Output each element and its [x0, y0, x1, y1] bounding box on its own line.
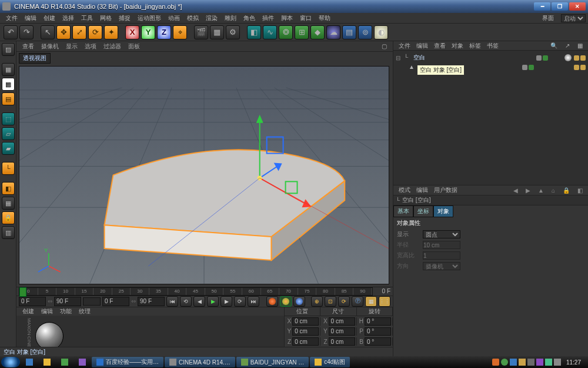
autokey-button[interactable] [280, 296, 292, 307]
am-menu-mode[interactable]: 模式 [396, 186, 413, 194]
radius-field[interactable] [423, 241, 460, 249]
taskbar-item-browser[interactable]: 百度经验——实用… [92, 357, 163, 367]
range-start-field[interactable] [19, 297, 46, 306]
axis-mode-button[interactable]: └ [2, 162, 15, 175]
add-nurbs-button[interactable]: ❂ [279, 25, 293, 39]
menu-snap[interactable]: 捕捉 [115, 14, 134, 22]
scale-tool[interactable]: ⤢ [72, 25, 86, 39]
om-menu-edit[interactable]: 编辑 [413, 42, 431, 50]
ratio-field[interactable] [423, 251, 460, 260]
taskbar-pin-1[interactable] [21, 357, 38, 367]
add-cube-button[interactable]: ◧ [247, 25, 261, 39]
render-view-button[interactable]: 🎬 [194, 25, 208, 39]
polygon-mode-button[interactable]: ▰ [2, 142, 15, 155]
perspective-viewport[interactable]: Y [19, 66, 389, 284]
key-pla-button[interactable]: ▦ [365, 296, 377, 307]
menu-sculpt[interactable]: 雕刻 [221, 14, 240, 22]
total-frames-field[interactable] [138, 297, 165, 306]
point-mode-button[interactable]: ⬚ [2, 112, 15, 125]
display-dropdown[interactable]: 圆点 [423, 230, 460, 238]
viewport-solo-button[interactable]: ▦ [2, 197, 15, 210]
mat-menu-edit[interactable]: 编辑 [38, 307, 56, 316]
menu-tools[interactable]: 工具 [78, 14, 96, 22]
taskbar-pin-3[interactable] [56, 357, 73, 367]
workplane-mode-button[interactable]: ▤ [2, 92, 15, 105]
tray-icon[interactable] [536, 359, 543, 366]
am-fwd-icon[interactable]: ▶ [523, 187, 533, 194]
size-y-field[interactable] [329, 327, 355, 336]
timeline-playhead[interactable] [19, 287, 26, 297]
lock-y-axis[interactable]: Y [141, 25, 155, 39]
maximize-button[interactable]: ❐ [552, 2, 568, 11]
om-view-icon[interactable]: ▦ [574, 42, 586, 49]
view-menu-filter[interactable]: 过滤器 [100, 42, 125, 51]
menu-window[interactable]: 窗口 [296, 14, 315, 22]
add-scene-button[interactable]: ◐ [374, 25, 388, 39]
taskbar-pin-2[interactable] [39, 357, 55, 367]
taskbar-pin-4[interactable] [74, 357, 91, 367]
key-pos-button[interactable]: ⊕ [311, 296, 323, 307]
view-menu-options[interactable]: 选项 [81, 42, 100, 51]
pos-z-field[interactable] [292, 337, 319, 346]
object-row-null[interactable]: ⊟ └ 空白 [396, 53, 586, 62]
last-tool[interactable]: ✦ [104, 25, 118, 39]
range-slider[interactable] [83, 297, 101, 306]
view-menu-panel[interactable]: 面板 [125, 42, 143, 51]
am-tab-object[interactable]: 对象 [433, 205, 453, 217]
start-button[interactable] [1, 357, 20, 367]
tray-icon[interactable] [519, 359, 526, 366]
texture-mode-button[interactable]: ▩ [2, 78, 15, 91]
menu-mograph[interactable]: 运动图形 [134, 14, 165, 22]
menu-script[interactable]: 脚本 [278, 14, 296, 22]
move-tool[interactable]: ✥ [56, 25, 71, 39]
menu-create[interactable]: 创建 [40, 14, 59, 22]
render-settings-button[interactable]: ⚙ [226, 25, 240, 39]
menu-file[interactable]: 文件 [2, 14, 21, 22]
tray-icon[interactable] [527, 359, 534, 366]
coord-system-toggle[interactable]: ⌖ [173, 25, 187, 39]
tray-icon[interactable] [545, 359, 552, 366]
goto-end-button[interactable]: ⏭ [248, 296, 259, 307]
key-param-button[interactable]: Ⓟ [352, 296, 363, 307]
rot-b-field[interactable] [365, 337, 391, 346]
view-menu-view[interactable]: 查看 [19, 42, 38, 51]
undo-button[interactable]: ↶ [4, 25, 18, 39]
am-new-icon[interactable]: ◧ [574, 187, 586, 194]
menu-mesh[interactable]: 网格 [96, 14, 115, 22]
material-preview[interactable] [35, 322, 64, 350]
menu-select[interactable]: 选择 [59, 14, 78, 22]
menu-simulate[interactable]: 模拟 [183, 14, 202, 22]
om-menu-tags[interactable]: 标签 [466, 42, 484, 50]
add-light-button[interactable]: ⊚ [358, 25, 372, 39]
mat-menu-func[interactable]: 功能 [56, 307, 75, 316]
lock-x-axis[interactable]: X [125, 25, 139, 39]
goto-start-button[interactable]: ⏮ [166, 296, 178, 307]
om-menu-bookmarks[interactable]: 书签 [484, 42, 502, 50]
view-menu-display[interactable]: 显示 [62, 42, 81, 51]
phong-tag-icon[interactable] [564, 54, 572, 61]
add-spline-button[interactable]: ∿ [263, 25, 277, 39]
size-z-field[interactable] [329, 337, 355, 346]
om-menu-object[interactable]: 对象 [449, 42, 466, 50]
rot-h-field[interactable] [365, 317, 391, 326]
taskbar-item-c4d[interactable]: CINEMA 4D R14.… [165, 357, 235, 367]
close-button[interactable]: ✕ [569, 2, 586, 11]
mat-menu-texture[interactable]: 纹理 [75, 307, 94, 316]
key-scale-button[interactable]: ⊡ [325, 296, 336, 307]
play-button[interactable]: ▶ [207, 296, 219, 307]
tray-icon[interactable] [510, 359, 517, 366]
am-lock-icon[interactable]: 🔒 [560, 187, 573, 194]
rotate-tool[interactable]: ⟳ [88, 25, 102, 39]
am-home-icon[interactable]: ⌂ [549, 187, 558, 194]
menu-render[interactable]: 渲染 [202, 14, 221, 22]
am-tab-basic[interactable]: 基本 [393, 205, 413, 217]
edge-mode-button[interactable]: ▱ [2, 127, 15, 140]
menu-character[interactable]: 角色 [240, 14, 259, 22]
menu-animate[interactable]: 动画 [165, 14, 183, 22]
am-menu-userdata[interactable]: 用户数据 [431, 186, 460, 194]
next-key-button[interactable]: ⟳ [234, 296, 246, 307]
taskbar-clock[interactable]: 11:27 [563, 359, 584, 366]
tray-volume-icon[interactable] [554, 359, 561, 366]
om-path-icon[interactable]: ↗ [562, 42, 573, 49]
add-deformer-button[interactable]: ◆ [310, 25, 325, 39]
